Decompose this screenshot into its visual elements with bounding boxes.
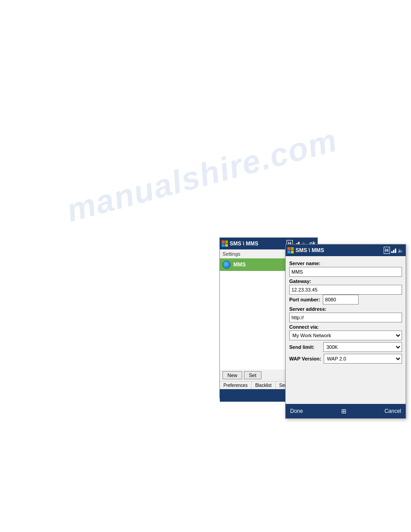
front-title-right: H 🔈 (384, 247, 404, 254)
front-title-left: SMS \ MMS (287, 247, 324, 253)
gateway-input[interactable] (289, 285, 402, 295)
front-window: SMS \ MMS H 🔈 Server name: Gateway: Port… (285, 244, 406, 419)
server-name-label: Server name: (289, 261, 402, 266)
wap-version-label: WAP Version: (289, 356, 321, 361)
set-button[interactable]: Set (244, 371, 261, 379)
front-form-area: Server name: Gateway: Port number: Serve… (286, 256, 406, 366)
front-windows-logo-icon (287, 247, 294, 253)
port-row: Port number: (289, 295, 402, 305)
front-signal-bars-icon (391, 248, 396, 253)
back-window-title: SMS \ MMS (230, 240, 258, 247)
globe-icon (223, 261, 231, 269)
send-limit-select[interactable]: 300K 600K 1M 2M (323, 342, 402, 352)
front-window-title: SMS \ MMS (295, 247, 324, 253)
wap-version-row: WAP Version: WAP 1.2 WAP 2.0 (289, 354, 402, 364)
send-limit-label: Send limit: (289, 344, 321, 350)
connect-via-label: Connect via: (289, 324, 402, 330)
grid-icon: ⊞ (341, 408, 347, 415)
send-limit-row: Send limit: 300K 600K 1M 2M (289, 342, 402, 352)
watermark: manualshire.com (63, 121, 341, 229)
back-title-left: SMS \ MMS (222, 240, 258, 247)
cancel-button[interactable]: Cancel (385, 408, 401, 414)
done-button[interactable]: Done (290, 408, 303, 414)
wap-version-select[interactable]: WAP 1.2 WAP 2.0 (324, 354, 402, 364)
server-name-input[interactable] (289, 267, 402, 277)
new-button[interactable]: New (223, 371, 242, 379)
gateway-label: Gateway: (289, 279, 402, 284)
mms-label: MMS (233, 262, 246, 268)
front-title-bar: SMS \ MMS H 🔈 (286, 245, 406, 256)
tab-blacklist[interactable]: Blacklist (252, 382, 276, 389)
windows-logo-icon (222, 240, 228, 247)
front-speaker-icon: 🔈 (398, 248, 404, 253)
connect-via-select[interactable]: My Work Network The Internet My ISP (289, 330, 402, 340)
port-input[interactable] (323, 295, 359, 305)
port-label: Port number: (289, 297, 320, 302)
front-bottom-bar: Done ⊞ Cancel (286, 404, 406, 418)
tab-preferences[interactable]: Preferences (220, 382, 252, 389)
server-address-label: Server address: (289, 306, 402, 312)
front-h-indicator: H (384, 247, 390, 254)
server-address-input[interactable] (289, 313, 402, 322)
